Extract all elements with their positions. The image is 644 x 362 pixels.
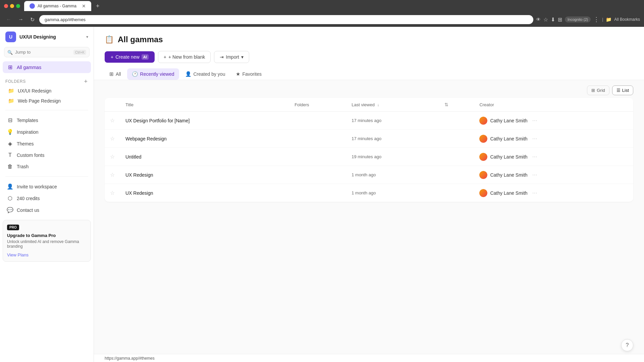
star-cell[interactable]: ☆ xyxy=(105,166,120,184)
folder-item-ux-redesign[interactable]: 📁 UX/UI Redesign xyxy=(4,86,90,96)
creator-cell: Cathy Lane Smith ··· xyxy=(474,166,633,184)
tab-all[interactable]: ⊞ All xyxy=(105,68,126,80)
maximize-window-btn[interactable] xyxy=(16,4,20,8)
table-row: ☆ UX Redesign 1 month ago Cathy Lane Smi… xyxy=(105,166,633,184)
table-toolbar: ⊞ Grid ☰ List xyxy=(105,80,633,98)
col-creator: Creator xyxy=(474,98,633,112)
menu-icon[interactable]: ⋮ xyxy=(593,16,599,23)
forward-button[interactable]: → xyxy=(16,15,25,24)
tab-created-by-you[interactable]: 👤 Created by you xyxy=(180,68,230,80)
grid-view-button[interactable]: ⊞ Grid xyxy=(587,85,609,95)
row-more-menu[interactable]: ··· xyxy=(530,171,539,179)
favorite-star[interactable]: ☆ xyxy=(110,154,115,160)
address-bar[interactable] xyxy=(39,15,533,24)
list-view-button[interactable]: ☰ List xyxy=(612,85,633,95)
title-cell[interactable]: UX Redesign xyxy=(120,166,289,184)
col-folders: Folders xyxy=(289,98,346,112)
star-cell[interactable]: ☆ xyxy=(105,130,120,148)
download-icon[interactable]: ⬇ xyxy=(551,16,555,23)
add-folder-button[interactable]: + xyxy=(83,78,88,84)
person-icon: 👤 xyxy=(7,183,13,190)
star-bookmark-icon[interactable]: ☆ xyxy=(543,16,548,23)
sidebar-item-custom-fonts[interactable]: T Custom fonts xyxy=(3,149,91,161)
sidebar-item-invite[interactable]: 👤 Invite to workspace xyxy=(3,181,91,192)
extensions-icon[interactable]: ⊞ xyxy=(558,16,562,23)
favorite-star[interactable]: ☆ xyxy=(110,172,115,178)
reload-button[interactable]: ↻ xyxy=(28,15,37,24)
folders-header: Folders + xyxy=(4,78,90,84)
browser-tab[interactable]: All gammas - Gamma ✕ xyxy=(24,1,91,11)
star-cell[interactable]: ☆ xyxy=(105,148,120,166)
workspace-avatar: U xyxy=(5,32,16,42)
new-from-blank-button[interactable]: + + New from blank xyxy=(158,51,211,63)
star-cell[interactable]: ☆ xyxy=(105,184,120,202)
page-icon: 📋 xyxy=(105,35,114,44)
sidebar-item-inspiration[interactable]: 💡 Inspiration xyxy=(3,126,91,138)
view-plans-button[interactable]: View Plans xyxy=(7,252,29,257)
trash-icon: 🗑 xyxy=(7,164,13,170)
creator-name: Cathy Lane Smith xyxy=(490,136,527,141)
last-viewed-cell: 17 minutes ago xyxy=(346,112,438,130)
sidebar-item-trash[interactable]: 🗑 Trash xyxy=(3,161,91,172)
sidebar-nav-tools: ⊟ Templates 💡 Inspiration ◈ Themes T Cus… xyxy=(0,113,94,174)
favorite-star[interactable]: ☆ xyxy=(110,118,115,123)
row-more-menu[interactable]: ··· xyxy=(530,189,539,197)
sidebar-item-themes[interactable]: ◈ Themes xyxy=(3,138,91,149)
grid-view-label: Grid xyxy=(597,88,605,93)
last-viewed-cell: 1 month ago xyxy=(346,184,438,202)
table-row: ☆ UX Design Portfolio for [Name] 17 minu… xyxy=(105,112,633,130)
tab-recently-viewed[interactable]: 🕐 Recently viewed xyxy=(127,68,179,80)
row-more-menu[interactable]: ··· xyxy=(530,134,539,143)
folders-cell xyxy=(289,148,346,166)
sidebar-item-label: Invite to workspace xyxy=(17,184,57,189)
creator-avatar xyxy=(479,189,487,197)
folder-name: Web Page Redesign xyxy=(18,98,61,104)
sidebar-item-label: 240 credits xyxy=(17,196,40,201)
create-new-button[interactable]: + Create new AI xyxy=(105,51,155,63)
title-cell[interactable]: UX Design Portfolio for [Name] xyxy=(120,112,289,130)
plus-icon: + xyxy=(111,54,113,60)
folder-item-web-redesign[interactable]: 📁 Web Page Redesign xyxy=(4,96,90,106)
sidebar-item-contact[interactable]: 💬 Contact us xyxy=(3,204,91,216)
chevron-down-icon-import: ▾ xyxy=(241,54,244,60)
sidebar-item-all-gammas[interactable]: ⊞ All gammas xyxy=(3,61,91,73)
row-more-menu[interactable]: ··· xyxy=(530,116,539,125)
tab-favorites[interactable]: ★ Favorites xyxy=(231,68,266,80)
help-button[interactable]: ? xyxy=(621,339,633,351)
table-row: ☆ Untitled 19 minutes ago Cathy Lane Smi… xyxy=(105,148,633,166)
avatar-image xyxy=(479,171,487,179)
last-viewed-cell: 1 month ago xyxy=(346,166,438,184)
favorite-star[interactable]: ☆ xyxy=(110,190,115,196)
workspace-header[interactable]: U UX/UI Designing ▾ xyxy=(0,27,94,47)
row-more-menu[interactable]: ··· xyxy=(530,153,539,161)
sidebar-item-credits[interactable]: ⬡ 240 credits xyxy=(3,192,91,204)
folders-cell xyxy=(289,112,346,130)
minimize-window-btn[interactable] xyxy=(10,4,14,8)
sidebar-item-templates[interactable]: ⊟ Templates xyxy=(3,114,91,126)
action-cell xyxy=(438,166,474,184)
tab-favicon xyxy=(30,3,35,9)
close-window-btn[interactable] xyxy=(4,4,8,8)
favorite-star[interactable]: ☆ xyxy=(110,136,115,141)
sidebar: U UX/UI Designing ▾ 🔍 Ctrl+K ⊞ All gamma… xyxy=(0,27,94,362)
bookmark-folder-icon: 📁 xyxy=(606,17,611,22)
folder-icon: 📁 xyxy=(8,88,14,94)
sidebar-item-label: Custom fonts xyxy=(17,153,44,158)
star-cell[interactable]: ☆ xyxy=(105,112,120,130)
title-cell[interactable]: Untitled xyxy=(120,148,289,166)
sidebar-divider xyxy=(5,110,88,110)
sidebar-item-label: Contact us xyxy=(17,207,39,213)
new-tab-button[interactable]: + xyxy=(94,2,102,10)
sidebar-nav-bottom: 👤 Invite to workspace ⬡ 240 credits 💬 Co… xyxy=(0,179,94,217)
creator-cell: Cathy Lane Smith ··· xyxy=(474,130,633,148)
col-last-viewed[interactable]: Last viewed ↓ xyxy=(346,98,438,112)
back-button[interactable]: ← xyxy=(4,15,13,24)
col-sort[interactable]: ⇅ xyxy=(438,98,474,112)
pro-description: Unlock unlimited AI and remove Gamma bra… xyxy=(7,239,87,249)
pro-badge: PRO xyxy=(7,225,19,230)
title-cell[interactable]: UX Redesign xyxy=(120,184,289,202)
close-tab-btn[interactable]: ✕ xyxy=(82,4,86,8)
import-button[interactable]: ⇥ Import ▾ xyxy=(214,51,249,63)
title-cell[interactable]: Webpage Redesign xyxy=(120,130,289,148)
tab-favorites-label: Favorites xyxy=(242,71,262,77)
